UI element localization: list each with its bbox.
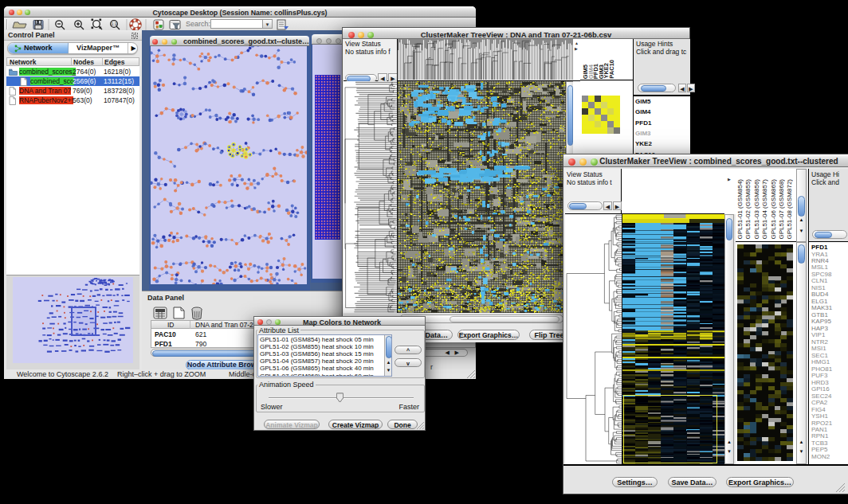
svg-text:1:1: 1:1 bbox=[112, 22, 117, 26]
